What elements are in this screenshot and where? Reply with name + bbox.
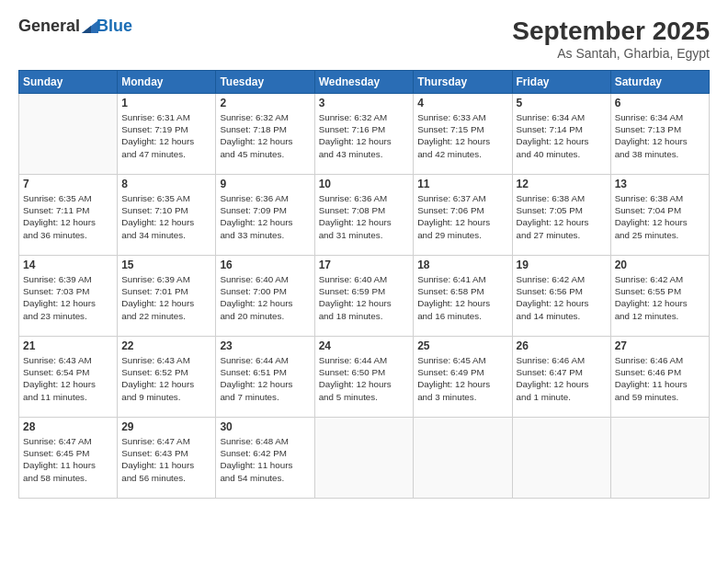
calendar-cell: 28Sunrise: 6:47 AM Sunset: 6:45 PM Dayli…: [19, 418, 118, 499]
week-row-5: 28Sunrise: 6:47 AM Sunset: 6:45 PM Dayli…: [19, 418, 710, 499]
day-info: Sunrise: 6:46 AM Sunset: 6:47 PM Dayligh…: [517, 354, 607, 403]
page: General Blue September 2025 As Santah, G…: [0, 0, 728, 563]
weekday-header-row: SundayMondayTuesdayWednesdayThursdayFrid…: [19, 71, 710, 94]
day-number: 22: [121, 339, 211, 352]
weekday-header-friday: Friday: [512, 71, 610, 94]
day-info: Sunrise: 6:48 AM Sunset: 6:42 PM Dayligh…: [220, 435, 310, 484]
day-info: Sunrise: 6:39 AM Sunset: 7:01 PM Dayligh…: [121, 273, 211, 322]
week-row-2: 7Sunrise: 6:35 AM Sunset: 7:11 PM Daylig…: [19, 175, 710, 256]
day-info: Sunrise: 6:39 AM Sunset: 7:03 PM Dayligh…: [23, 273, 113, 322]
day-info: Sunrise: 6:42 AM Sunset: 6:56 PM Dayligh…: [517, 273, 607, 322]
day-info: Sunrise: 6:32 AM Sunset: 7:18 PM Dayligh…: [220, 111, 310, 160]
day-number: 23: [220, 339, 310, 352]
calendar-cell: 24Sunrise: 6:44 AM Sunset: 6:50 PM Dayli…: [314, 337, 414, 418]
day-number: 28: [23, 420, 113, 433]
week-row-1: 1Sunrise: 6:31 AM Sunset: 7:19 PM Daylig…: [19, 94, 710, 175]
calendar-cell: 14Sunrise: 6:39 AM Sunset: 7:03 PM Dayli…: [19, 256, 118, 337]
calendar-table: SundayMondayTuesdayWednesdayThursdayFrid…: [18, 70, 710, 499]
day-info: Sunrise: 6:38 AM Sunset: 7:05 PM Dayligh…: [517, 192, 607, 241]
day-number: 20: [615, 259, 705, 271]
day-info: Sunrise: 6:37 AM Sunset: 7:06 PM Dayligh…: [417, 192, 507, 241]
day-info: Sunrise: 6:44 AM Sunset: 6:51 PM Dayligh…: [220, 354, 310, 403]
weekday-header-wednesday: Wednesday: [314, 71, 414, 94]
day-number: 17: [319, 259, 410, 271]
day-number: 19: [517, 259, 607, 271]
day-number: 25: [417, 339, 507, 352]
calendar-cell: 5Sunrise: 6:34 AM Sunset: 7:14 PM Daylig…: [512, 94, 610, 175]
day-info: Sunrise: 6:31 AM Sunset: 7:19 PM Dayligh…: [121, 111, 211, 160]
calendar-cell: 13Sunrise: 6:38 AM Sunset: 7:04 PM Dayli…: [610, 175, 709, 256]
calendar-cell: 30Sunrise: 6:48 AM Sunset: 6:42 PM Dayli…: [216, 418, 314, 499]
day-number: 13: [615, 178, 705, 190]
location-subtitle: As Santah, Gharbia, Egypt: [512, 46, 710, 61]
calendar-cell: 27Sunrise: 6:46 AM Sunset: 6:46 PM Dayli…: [610, 337, 709, 418]
day-info: Sunrise: 6:36 AM Sunset: 7:08 PM Dayligh…: [319, 192, 410, 241]
title-block: September 2025 As Santah, Gharbia, Egypt: [512, 17, 710, 61]
calendar-cell: 23Sunrise: 6:44 AM Sunset: 6:51 PM Dayli…: [216, 337, 314, 418]
week-row-3: 14Sunrise: 6:39 AM Sunset: 7:03 PM Dayli…: [19, 256, 710, 337]
calendar-cell: 7Sunrise: 6:35 AM Sunset: 7:11 PM Daylig…: [19, 175, 118, 256]
logo-general: General: [18, 17, 80, 36]
day-info: Sunrise: 6:41 AM Sunset: 6:58 PM Dayligh…: [417, 273, 507, 322]
day-info: Sunrise: 6:35 AM Sunset: 7:11 PM Dayligh…: [23, 192, 113, 241]
calendar-cell: [512, 418, 610, 499]
header: General Blue September 2025 As Santah, G…: [18, 17, 710, 61]
weekday-header-monday: Monday: [118, 71, 216, 94]
calendar-cell: 19Sunrise: 6:42 AM Sunset: 6:56 PM Dayli…: [512, 256, 610, 337]
day-number: 10: [319, 178, 410, 190]
calendar-cell: [610, 418, 709, 499]
day-number: 7: [23, 178, 113, 190]
day-number: 16: [220, 259, 310, 271]
day-info: Sunrise: 6:46 AM Sunset: 6:46 PM Dayligh…: [615, 354, 705, 403]
calendar-cell: 12Sunrise: 6:38 AM Sunset: 7:05 PM Dayli…: [512, 175, 610, 256]
day-info: Sunrise: 6:35 AM Sunset: 7:10 PM Dayligh…: [121, 192, 211, 241]
calendar-cell: [314, 418, 414, 499]
weekday-header-saturday: Saturday: [610, 71, 709, 94]
calendar-cell: [414, 418, 512, 499]
month-title: September 2025: [512, 17, 710, 46]
day-info: Sunrise: 6:43 AM Sunset: 6:54 PM Dayligh…: [23, 354, 113, 403]
day-number: 12: [517, 178, 607, 190]
calendar-cell: 6Sunrise: 6:34 AM Sunset: 7:13 PM Daylig…: [610, 94, 709, 175]
day-number: 18: [417, 259, 507, 271]
day-info: Sunrise: 6:40 AM Sunset: 7:00 PM Dayligh…: [220, 273, 310, 322]
day-number: 21: [23, 339, 113, 352]
calendar-cell: 4Sunrise: 6:33 AM Sunset: 7:15 PM Daylig…: [414, 94, 512, 175]
day-info: Sunrise: 6:44 AM Sunset: 6:50 PM Dayligh…: [319, 354, 410, 403]
day-info: Sunrise: 6:33 AM Sunset: 7:15 PM Dayligh…: [417, 111, 507, 160]
calendar-cell: [19, 94, 118, 175]
logo-blue: Blue: [97, 17, 132, 36]
day-number: 30: [220, 420, 310, 433]
day-info: Sunrise: 6:45 AM Sunset: 6:49 PM Dayligh…: [417, 354, 507, 403]
day-number: 15: [121, 259, 211, 271]
calendar-cell: 15Sunrise: 6:39 AM Sunset: 7:01 PM Dayli…: [118, 256, 216, 337]
day-number: 5: [517, 97, 607, 109]
weekday-header-sunday: Sunday: [19, 71, 118, 94]
day-number: 4: [417, 97, 507, 109]
calendar-cell: 20Sunrise: 6:42 AM Sunset: 6:55 PM Dayli…: [610, 256, 709, 337]
day-info: Sunrise: 6:43 AM Sunset: 6:52 PM Dayligh…: [121, 354, 211, 403]
calendar-cell: 1Sunrise: 6:31 AM Sunset: 7:19 PM Daylig…: [118, 94, 216, 175]
day-number: 14: [23, 259, 113, 271]
calendar-cell: 3Sunrise: 6:32 AM Sunset: 7:16 PM Daylig…: [314, 94, 414, 175]
day-number: 9: [220, 178, 310, 190]
day-info: Sunrise: 6:34 AM Sunset: 7:14 PM Dayligh…: [517, 111, 607, 160]
day-number: 27: [615, 339, 705, 352]
calendar-cell: 11Sunrise: 6:37 AM Sunset: 7:06 PM Dayli…: [414, 175, 512, 256]
day-info: Sunrise: 6:38 AM Sunset: 7:04 PM Dayligh…: [615, 192, 705, 241]
logo: General Blue: [18, 17, 132, 36]
day-number: 3: [319, 97, 410, 109]
day-number: 2: [220, 97, 310, 109]
day-info: Sunrise: 6:34 AM Sunset: 7:13 PM Dayligh…: [615, 111, 705, 160]
day-number: 8: [121, 178, 211, 190]
calendar-cell: 17Sunrise: 6:40 AM Sunset: 6:59 PM Dayli…: [314, 256, 414, 337]
calendar-cell: 18Sunrise: 6:41 AM Sunset: 6:58 PM Dayli…: [414, 256, 512, 337]
day-number: 24: [319, 339, 410, 352]
calendar-cell: 29Sunrise: 6:47 AM Sunset: 6:43 PM Dayli…: [118, 418, 216, 499]
day-info: Sunrise: 6:47 AM Sunset: 6:45 PM Dayligh…: [23, 435, 113, 484]
day-info: Sunrise: 6:42 AM Sunset: 6:55 PM Dayligh…: [615, 273, 705, 322]
calendar-cell: 22Sunrise: 6:43 AM Sunset: 6:52 PM Dayli…: [118, 337, 216, 418]
weekday-header-tuesday: Tuesday: [216, 71, 314, 94]
day-number: 29: [121, 420, 211, 433]
calendar-cell: 8Sunrise: 6:35 AM Sunset: 7:10 PM Daylig…: [118, 175, 216, 256]
